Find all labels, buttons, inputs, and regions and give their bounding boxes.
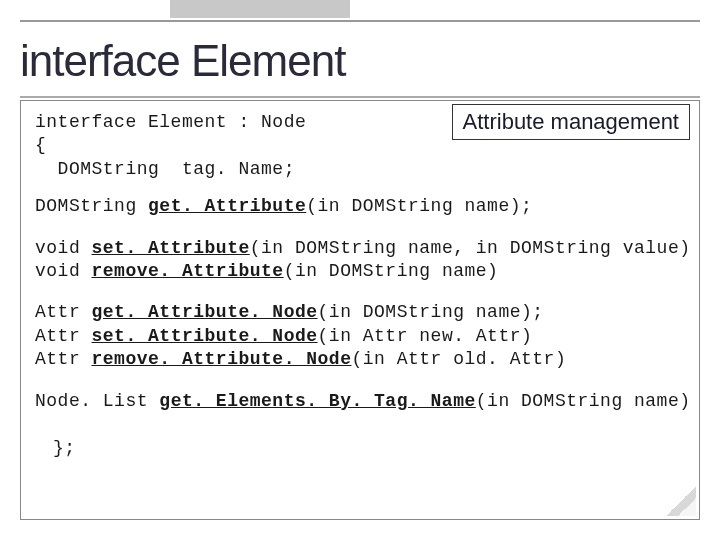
code-line: Attr remove. Attribute. Node(in Attr old… (35, 348, 685, 371)
code-attrnode-block: Attr get. Attribute. Node(in DOMString n… (35, 301, 685, 371)
code-line: Attr get. Attribute. Node(in DOMString n… (35, 301, 685, 324)
method-name: remove. Attribute. Node (92, 349, 352, 369)
code-text: void (35, 261, 92, 281)
code-text: (in DOMString name); (306, 196, 532, 216)
method-name: set. Attribute. Node (92, 326, 318, 346)
method-name: get. Attribute (148, 196, 306, 216)
page-curl-icon (666, 486, 696, 516)
code-text: (in Attr new. Attr) (318, 326, 533, 346)
code-line: void set. Attribute(in DOMString name, i… (35, 237, 685, 260)
code-text: (in DOMString name) (476, 391, 691, 411)
code-text: (in DOMString name); (318, 302, 544, 322)
top-rule (0, 14, 720, 22)
method-name: remove. Attribute (92, 261, 284, 281)
code-text: (in Attr old. Attr) (351, 349, 566, 369)
code-text: DOMString (35, 196, 148, 216)
title-underline (20, 96, 700, 98)
code-line: Attr set. Attribute. Node(in Attr new. A… (35, 325, 685, 348)
code-text: Node. List (35, 391, 159, 411)
slide-title: interface Element (20, 36, 345, 86)
slide: interface Element interface Element : No… (0, 0, 720, 540)
code-text: Attr (35, 326, 92, 346)
code-close: }; (35, 437, 685, 460)
code-setrem-block: void set. Attribute(in DOMString name, i… (35, 237, 685, 284)
code-text: Attr (35, 302, 92, 322)
code-line: void remove. Attribute(in DOMString name… (35, 260, 685, 283)
code-text: void (35, 238, 92, 258)
code-text: (in DOMString name, in DOMString value) (250, 238, 691, 258)
code-getelements-block: Node. List get. Elements. By. Tag. Name(… (35, 390, 685, 413)
method-name: get. Elements. By. Tag. Name (159, 391, 475, 411)
method-name: get. Attribute. Node (92, 302, 318, 322)
code-line: DOMString tag. Name; (35, 158, 685, 181)
code-text: Attr (35, 349, 92, 369)
top-grey-block (170, 0, 350, 18)
badge-attribute-management: Attribute management (452, 104, 690, 140)
code-text: (in DOMString name) (284, 261, 499, 281)
content-box: interface Element : Node { DOMString tag… (20, 100, 700, 520)
method-name: set. Attribute (92, 238, 250, 258)
code-getattr-block: DOMString get. Attribute(in DOMString na… (35, 195, 685, 218)
